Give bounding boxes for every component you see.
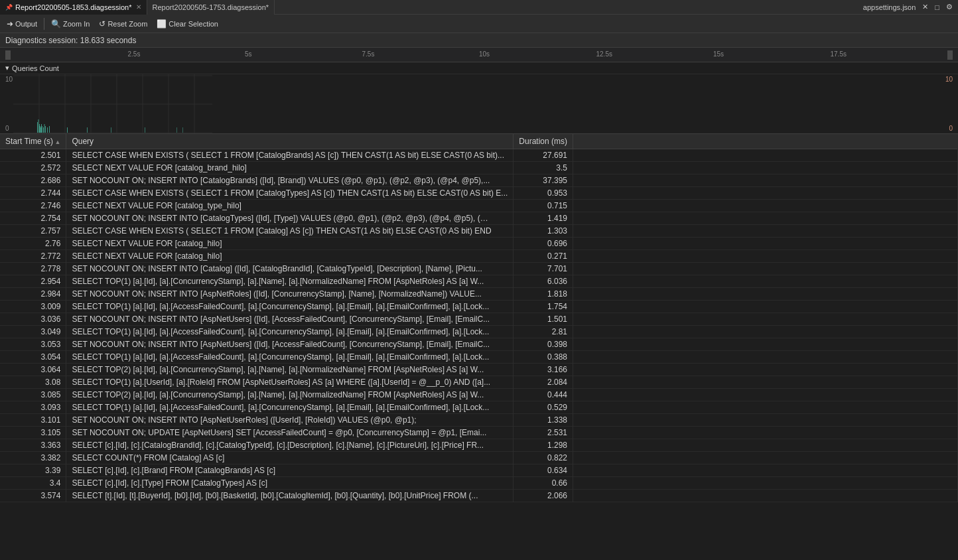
cell-duration-10: 6.036 [513,275,573,288]
cell-start-25: 3.39 [0,464,66,477]
tab-1-label: Report20200505-1853.diagsession* [15,3,132,11]
title-restore-btn[interactable]: □ [932,3,942,11]
cell-query-21: SET NOCOUNT ON; INSERT INTO [AspNetUserR… [66,414,513,427]
chart-collapse-icon[interactable]: ▾ [5,64,9,72]
cell-extra-3 [573,187,958,200]
cell-duration-19: 0.444 [513,389,573,401]
table-row[interactable]: 3.105SET NOCOUNT ON; UPDATE [AspNetUsers… [0,427,958,439]
col-start-time[interactable]: Start Time (s) [0,134,66,149]
cell-query-24: SELECT COUNT(*) FROM [Catalog] AS [c] [66,452,513,464]
table-row[interactable]: 2.757SELECT CASE WHEN EXISTS ( SELECT 1 … [0,225,958,238]
zoom-in-button[interactable]: 🔍 Zoom In [47,17,94,31]
cell-extra-7 [573,238,958,250]
table-row[interactable]: 2.954SELECT TOP(1) [a].[Id], [a].[Concur… [0,275,958,288]
ruler-tick-6: 17.5s [831,50,847,58]
output-icon: ➜ [7,19,13,29]
ruler-tick-1: 5s [245,50,252,58]
cell-query-9: SET NOCOUNT ON; INSERT INTO [Catalog] ([… [66,263,513,275]
table-row[interactable]: 3.093SELECT TOP(1) [a].[Id], [a].[Access… [0,401,958,414]
col-extra [573,134,958,149]
cell-start-18: 3.08 [0,376,66,389]
cell-start-24: 3.382 [0,452,66,464]
cell-duration-14: 2.81 [513,326,573,338]
col-query[interactable]: Query [66,134,513,149]
cell-extra-13 [573,313,958,326]
cell-duration-8: 0.271 [513,250,573,263]
ruler-tick-2: 7.5s [362,50,375,58]
clear-selection-button[interactable]: ⬜ Clear Selection [153,17,222,31]
tab-1-close[interactable]: ✕ [136,3,141,11]
table-row[interactable]: 2.76SELECT NEXT VALUE FOR [catalog_hilo]… [0,238,958,250]
chart-svg [13,74,212,133]
table-row[interactable]: 2.501SELECT CASE WHEN EXISTS ( SELECT 1 … [0,149,958,162]
cell-extra-23 [573,439,958,452]
table-row[interactable]: 3.064SELECT TOP(2) [a].[Id], [a].[Concur… [0,364,958,376]
data-table-wrapper[interactable]: Start Time (s) Query Duration (ms) 2.501… [0,134,958,560]
table-header: Start Time (s) Query Duration (ms) [0,134,958,149]
cell-start-22: 3.105 [0,427,66,439]
svg-rect-20 [47,127,48,133]
ruler-end [947,50,953,60]
table-row[interactable]: 3.08SELECT TOP(1) [a].[UserId], [a].[Rol… [0,376,958,389]
table-row[interactable]: 3.4SELECT [c].[Id], [c].[Type] FROM [Cat… [0,477,958,490]
cell-start-13: 3.036 [0,313,66,326]
table-row[interactable]: 2.744SELECT CASE WHEN EXISTS ( SELECT 1 … [0,187,958,200]
ruler-tick-0: 2.5s [128,50,141,58]
table-row[interactable]: 2.686SET NOCOUNT ON; INSERT INTO [Catalo… [0,175,958,187]
output-button[interactable]: ➜ Output [3,17,41,31]
cell-extra-5 [573,212,958,225]
svg-rect-14 [40,127,41,133]
cell-duration-22: 2.531 [513,427,573,439]
cell-start-9: 2.778 [0,263,66,275]
cell-duration-12: 1.754 [513,301,573,313]
cell-duration-9: 7.701 [513,263,573,275]
table-row[interactable]: 2.572SELECT NEXT VALUE FOR [catalog_bran… [0,162,958,175]
table-row[interactable]: 2.746SELECT NEXT VALUE FOR [catalog_type… [0,200,958,212]
title-bar: 📌 Report20200505-1853.diagsession* ✕ Rep… [0,0,958,15]
table-row[interactable]: 3.39SELECT [c].[Id], [c].[Brand] FROM [C… [0,464,958,477]
cell-start-3: 2.744 [0,187,66,200]
title-close-btn[interactable]: ✕ [920,3,931,11]
table-row[interactable]: 3.049SELECT TOP(1) [a].[Id], [a].[Access… [0,326,958,338]
tab-1[interactable]: 📌 Report20200505-1853.diagsession* ✕ [0,0,147,15]
table-row[interactable]: 3.036SET NOCOUNT ON; INSERT INTO [AspNet… [0,313,958,326]
table-row[interactable]: 3.574SELECT [t].[Id], [t].[BuyerId], [b0… [0,490,958,502]
cell-duration-17: 3.166 [513,364,573,376]
cell-duration-11: 1.818 [513,288,573,301]
cell-query-27: SELECT [t].[Id], [t].[BuyerId], [b0].[Id… [66,490,513,502]
chart-title-bar: ▾ Queries Count [0,62,958,74]
svg-rect-22 [67,127,68,133]
table-row[interactable]: 2.772SELECT NEXT VALUE FOR [catalog_hilo… [0,250,958,263]
reset-zoom-button[interactable]: ↺ Reset Zoom [95,17,151,31]
tab-2[interactable]: Report20200505-1753.diagsession* [147,0,275,15]
svg-rect-15 [41,124,42,133]
cell-start-5: 2.754 [0,212,66,225]
cell-query-17: SELECT TOP(2) [a].[Id], [a].[Concurrency… [66,364,513,376]
table-row[interactable]: 3.382SELECT COUNT(*) FROM [Catalog] AS [… [0,452,958,464]
cell-query-1: SELECT NEXT VALUE FOR [catalog_brand_hil… [66,162,513,175]
table-row[interactable]: 3.101SET NOCOUNT ON; INSERT INTO [AspNet… [0,414,958,427]
cell-duration-0: 27.691 [513,149,573,162]
table-row[interactable]: 3.363SELECT [c].[Id], [c].[CatalogBrandI… [0,439,958,452]
appsettings-label[interactable]: appsettings.json [860,3,919,11]
svg-rect-13 [40,126,40,133]
col-duration[interactable]: Duration (ms) [513,134,573,149]
cell-query-14: SELECT TOP(1) [a].[Id], [a].[AccessFaile… [66,326,513,338]
cell-query-8: SELECT NEXT VALUE FOR [catalog_hilo] [66,250,513,263]
cell-start-14: 3.049 [0,326,66,338]
title-settings-btn[interactable]: ⚙ [943,3,955,11]
table-row[interactable]: 2.754SET NOCOUNT ON; INSERT INTO [Catalo… [0,212,958,225]
cell-start-20: 3.093 [0,401,66,414]
chart-y-min-right: 0 [949,125,953,132]
ruler-tick-3: 10s [479,50,490,58]
table-row[interactable]: 2.778SET NOCOUNT ON; INSERT INTO [Catalo… [0,263,958,275]
table-row[interactable]: 3.085SELECT TOP(2) [a].[Id], [a].[Concur… [0,389,958,401]
svg-rect-21 [49,126,50,133]
cell-extra-14 [573,326,958,338]
table-row[interactable]: 2.984SET NOCOUNT ON; INSERT INTO [AspNet… [0,288,958,301]
cell-query-19: SELECT TOP(2) [a].[Id], [a].[Concurrency… [66,389,513,401]
table-row[interactable]: 3.053SET NOCOUNT ON; INSERT INTO [AspNet… [0,338,958,351]
table-row[interactable]: 3.009SELECT TOP(1) [a].[Id], [a].[Access… [0,301,958,313]
cell-query-3: SELECT CASE WHEN EXISTS ( SELECT 1 FROM … [66,187,513,200]
table-row[interactable]: 3.054SELECT TOP(1) [a].[Id], [a].[Access… [0,351,958,364]
